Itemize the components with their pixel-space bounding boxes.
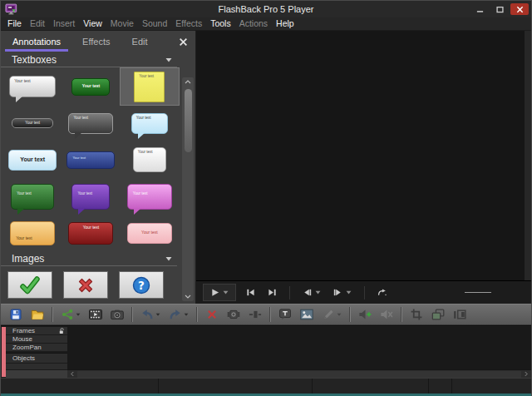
menu-effects[interactable]: Effects	[171, 17, 206, 30]
menu-tools[interactable]: Tools	[206, 17, 235, 30]
copy-frames-button[interactable]	[427, 305, 449, 324]
save-button[interactable]	[5, 305, 27, 324]
caret-down-icon[interactable]	[165, 57, 172, 62]
menu-movie[interactable]: Movie	[106, 17, 138, 30]
crop-icon	[410, 309, 423, 320]
share-button[interactable]	[57, 305, 85, 324]
timeline-rows[interactable]	[67, 327, 531, 369]
track-frames[interactable]: Frames	[6, 327, 67, 335]
step-forward-button[interactable]	[333, 288, 352, 297]
step-back-button[interactable]	[303, 288, 321, 297]
add-sound-button[interactable]	[354, 305, 376, 324]
textbox-label: Your text	[73, 116, 88, 121]
minimize-button[interactable]	[470, 3, 489, 15]
add-image-button[interactable]	[296, 305, 318, 324]
scrollbar-thumb[interactable]	[185, 89, 192, 152]
textbox-item-2[interactable]: Your text	[62, 68, 120, 105]
main-toolbar	[1, 304, 531, 325]
panel-close-icon[interactable]	[179, 37, 188, 47]
check-image[interactable]	[7, 271, 52, 299]
speed-slider[interactable]	[465, 292, 491, 293]
snapshot-icon	[111, 309, 124, 320]
skip-start-icon	[246, 288, 255, 297]
question-image[interactable]: ?	[119, 271, 164, 299]
snapshot-button[interactable]	[106, 305, 128, 324]
export-movie-button[interactable]	[85, 305, 106, 324]
undo-button[interactable]	[136, 305, 165, 324]
textbox-item-14[interactable]: Your text	[62, 215, 120, 251]
track-mouse[interactable]: Mouse	[6, 335, 67, 344]
main-area: AnnotationsEffectsEdit Textboxes Your te…	[1, 31, 531, 304]
textbox-item-3[interactable]: Your text	[121, 68, 179, 105]
trim-movie-button[interactable]	[223, 305, 244, 324]
viewer-vertical-scrollbar[interactable]	[525, 31, 531, 280]
textbox-item-10[interactable]: Your text	[3, 178, 62, 215]
jump-button[interactable]	[377, 288, 387, 297]
textbox-label: Your text	[25, 121, 40, 126]
textbox-item-5[interactable]: Your text	[62, 105, 120, 141]
textbox-label: Your text	[77, 191, 92, 196]
crop-button[interactable]	[406, 305, 427, 324]
scroll-up-icon[interactable]	[185, 77, 191, 87]
textbox-item-12[interactable]: Your text	[121, 178, 179, 215]
tab-annotations[interactable]: Annotations	[11, 32, 62, 52]
textbox-item-7[interactable]: Your text	[3, 141, 62, 178]
cross-image[interactable]	[63, 271, 108, 299]
menu-actions[interactable]: Actions	[235, 17, 272, 30]
textbox-label: Your text	[72, 156, 86, 160]
menu-sound[interactable]: Sound	[138, 17, 171, 30]
close-button[interactable]	[510, 3, 529, 15]
delete-icon	[205, 309, 219, 320]
caret-down-icon	[223, 290, 229, 295]
scrollbar-track[interactable]	[77, 371, 521, 378]
insert-movie-icon	[89, 309, 102, 320]
add-textbox-button[interactable]	[274, 305, 296, 324]
scroll-left-icon[interactable]	[67, 371, 77, 377]
play-button[interactable]	[203, 284, 236, 301]
textbox-item-13[interactable]: Your text	[3, 215, 62, 251]
textbox-item-15[interactable]: Your text	[121, 215, 179, 251]
player-separator	[289, 286, 290, 299]
images-section-header[interactable]: Images	[1, 251, 177, 266]
textbox-item-8[interactable]: Your text	[62, 141, 120, 178]
textbox-item-6[interactable]: Your text	[121, 105, 179, 141]
menu-view[interactable]: View	[79, 17, 106, 30]
presenter-button[interactable]	[449, 305, 470, 324]
delete-button[interactable]	[201, 305, 223, 324]
track-zoompan[interactable]: ZoomPan	[6, 344, 67, 352]
annotations-panel: AnnotationsEffectsEdit Textboxes Your te…	[1, 31, 196, 304]
open-button[interactable]	[27, 305, 48, 324]
menu-edit[interactable]: Edit	[26, 17, 49, 30]
scroll-right-icon[interactable]	[521, 371, 531, 377]
textbox-item-9[interactable]: Your text	[121, 141, 179, 178]
textbox-item-1[interactable]: Your text	[3, 68, 62, 105]
share-icon	[61, 309, 74, 320]
menu-insert[interactable]: Insert	[49, 17, 79, 30]
insert-frames-button[interactable]	[244, 305, 266, 324]
bubble-tail	[78, 208, 86, 215]
track-label: Mouse	[12, 335, 32, 343]
go-to-start-button[interactable]	[246, 288, 255, 297]
caret-down-icon[interactable]	[165, 256, 172, 261]
textbox-item-11[interactable]: Your text	[62, 178, 120, 215]
bubble-tail	[134, 208, 141, 215]
panel-scrollbar[interactable]	[182, 77, 194, 301]
textboxes-section-header[interactable]: Textboxes	[1, 52, 177, 67]
scroll-down-icon[interactable]	[185, 292, 191, 301]
menu-help[interactable]: Help	[272, 17, 298, 30]
textbox-item-4[interactable]: Your text	[3, 105, 62, 141]
timeline-horizontal-scrollbar[interactable]	[67, 369, 531, 378]
textbox-label: Your text	[16, 236, 32, 241]
bubble-tail	[75, 132, 82, 139]
tab-edit[interactable]: Edit	[131, 32, 150, 52]
menu-file[interactable]: File	[3, 17, 26, 30]
track-objects[interactable]: Objects	[6, 353, 67, 364]
caret-down-icon	[184, 313, 189, 316]
tab-effects[interactable]: Effects	[81, 32, 111, 52]
textbox-label: Your text	[139, 75, 154, 79]
movie-screen[interactable]	[196, 31, 531, 280]
maximize-button[interactable]	[490, 3, 509, 15]
caret-down-icon	[315, 290, 321, 295]
redo-button[interactable]	[165, 305, 193, 324]
go-to-end-button[interactable]	[268, 288, 277, 297]
